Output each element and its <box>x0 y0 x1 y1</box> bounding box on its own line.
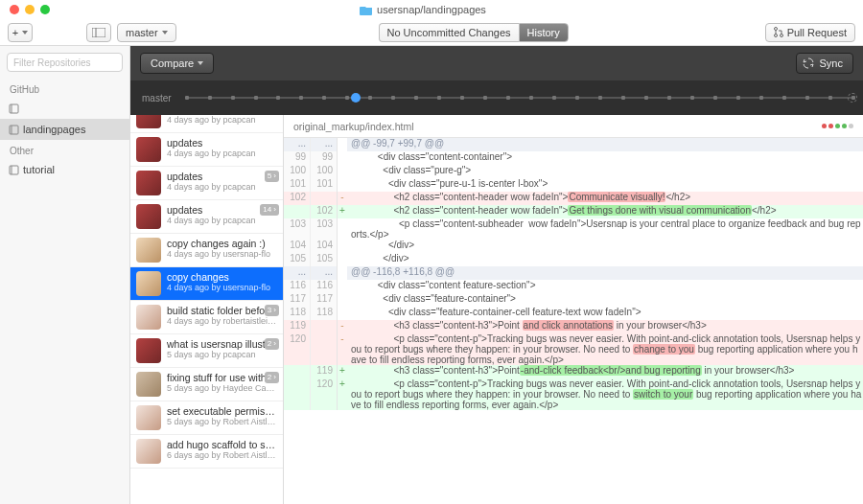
diff-code: <div class="feature-container"> <box>347 293 863 307</box>
timeline-tick[interactable] <box>782 96 786 100</box>
diff-code: <p class="content-p">Tracking bugs was n… <box>347 378 863 410</box>
diff-code: <div class="pure-g"> <box>347 165 863 178</box>
sidebar-toggle-button[interactable] <box>86 23 111 42</box>
commit-item[interactable]: updates4 days ago by pcapcan2 › <box>130 115 283 133</box>
timeline-tick[interactable] <box>254 96 258 100</box>
timeline-track[interactable] <box>185 97 851 99</box>
timeline-tick[interactable] <box>621 96 625 100</box>
gutter-old: 99 <box>284 151 311 165</box>
commit-list[interactable]: updates4 days ago by pcapcan2 ›updates4 … <box>130 115 284 504</box>
timeline-tick[interactable] <box>299 96 303 100</box>
diff-row: 100100 <div class="pure-g"> <box>284 165 863 178</box>
repo-icon <box>9 125 19 135</box>
diff-marker <box>338 178 347 192</box>
commit-item[interactable]: fixing stuff for use with mac5 days ago … <box>130 368 283 401</box>
gutter-old: 120 <box>284 333 311 365</box>
commit-item[interactable]: copy changes again :)4 days ago by users… <box>130 234 283 267</box>
repo-item[interactable]: tutorial <box>0 159 129 180</box>
close-icon[interactable] <box>10 5 19 14</box>
repo-name: tutorial <box>23 164 55 175</box>
avatar <box>136 405 161 430</box>
timeline-tick[interactable] <box>598 96 602 100</box>
timeline-tick[interactable] <box>345 96 349 100</box>
history-tab[interactable]: History <box>519 23 569 42</box>
timeline-tick[interactable] <box>736 96 740 100</box>
filter-repos-input[interactable]: Filter Repositories <box>7 53 123 72</box>
timeline-tick[interactable] <box>231 96 235 100</box>
repo-name: landingpages <box>23 124 85 135</box>
commit-item[interactable]: build static folder before starti…4 days… <box>130 301 283 334</box>
timeline-tick[interactable] <box>185 96 189 100</box>
changes-tab[interactable]: No Uncommitted Changes <box>379 23 519 42</box>
timeline-tick[interactable] <box>759 96 763 100</box>
commit-item[interactable]: add hugo scaffold to sta…6 days ago by R… <box>130 435 283 469</box>
commit-badge: 5 › <box>265 171 279 182</box>
timeline-tick[interactable] <box>644 96 648 100</box>
zoom-icon[interactable] <box>40 5 50 14</box>
repo-item[interactable]: landingpages <box>0 119 129 140</box>
commit-item[interactable]: updates4 days ago by pcapcan5 › <box>130 167 283 200</box>
commit-item[interactable]: updates4 days ago by pcapcan14 › <box>130 200 283 234</box>
timeline-tick[interactable] <box>322 96 326 100</box>
commit-title: set executable permissio… <box>167 405 277 417</box>
timeline-tick[interactable] <box>368 96 372 100</box>
timeline-tick[interactable] <box>414 96 418 100</box>
timeline-tick[interactable] <box>552 96 556 100</box>
compare-button[interactable]: Compare <box>140 53 214 74</box>
gutter-new: 101 <box>311 178 338 192</box>
diff-marker: + <box>338 365 347 378</box>
file-header[interactable]: original_markup/index.html <box>284 115 863 138</box>
commit-item[interactable]: what is usersnap illustration5 days ago … <box>130 334 283 368</box>
minimize-icon[interactable] <box>25 5 35 14</box>
timeline-tick[interactable] <box>208 96 212 100</box>
commit-title: fixing stuff for use with mac <box>167 372 277 383</box>
gutter-new <box>311 320 338 333</box>
timeline-tick[interactable] <box>575 96 579 100</box>
gutter-old <box>284 205 311 218</box>
diff-status-dots <box>822 124 853 128</box>
commit-item[interactable]: copy changes4 days ago by usersnap-flo <box>130 267 283 301</box>
timeline-tick[interactable] <box>805 96 809 100</box>
avatar <box>136 204 161 229</box>
timeline[interactable]: master <box>130 80 863 115</box>
commit-title: add hugo scaffold to sta… <box>167 439 277 450</box>
pull-request-button[interactable]: Pull Request <box>765 23 855 42</box>
diff-row: 120- <p class="content-p">Tracking bugs … <box>284 333 863 365</box>
gutter-old: 119 <box>284 320 311 333</box>
timeline-tick[interactable] <box>460 96 464 100</box>
timeline-tick[interactable] <box>437 96 441 100</box>
timeline-current-dot[interactable] <box>351 93 361 103</box>
commit-item[interactable]: updates4 days ago by pcapcan <box>130 133 283 167</box>
timeline-tick[interactable] <box>391 96 395 100</box>
timeline-tick[interactable] <box>276 96 280 100</box>
avatar <box>136 238 161 263</box>
commit-item[interactable]: set executable permissio…5 days ago by R… <box>130 401 283 435</box>
branch-selector[interactable]: master <box>117 23 176 42</box>
avatar <box>136 115 161 128</box>
diff-row: 119+ <h3 class="content-h3">Point-and-cl… <box>284 365 863 378</box>
diff-marker <box>338 151 347 165</box>
file-path: original_markup/index.html <box>293 121 413 132</box>
diff-marker: - <box>338 192 347 205</box>
timeline-tick[interactable] <box>529 96 533 100</box>
commit-meta: 5 days ago by Haydee Capco <box>167 383 277 393</box>
gutter-new: ... <box>311 266 338 280</box>
sync-button[interactable]: Sync <box>796 53 853 74</box>
gutter-new: 103 <box>311 218 338 240</box>
diff-code: <div class="pure-u-1 is-center l-box"> <box>347 178 863 192</box>
timeline-tick[interactable] <box>667 96 671 100</box>
diff-highlight: Get things done with visual communicatio… <box>568 205 752 216</box>
timeline-tick[interactable] <box>506 96 510 100</box>
repo-sidebar: Filter Repositories GitHub landingpagesO… <box>0 46 130 504</box>
add-button[interactable]: + <box>8 23 33 42</box>
repo-item[interactable] <box>0 98 129 119</box>
diff-body[interactable]: ......@@ -99,7 +99,7 @@9999 <div class="… <box>284 138 863 504</box>
timeline-tick[interactable] <box>713 96 717 100</box>
timeline-tick[interactable] <box>483 96 487 100</box>
commit-title: copy changes <box>167 271 277 283</box>
gutter-new: 104 <box>311 240 338 253</box>
gutter-new: 99 <box>311 151 338 165</box>
diff-code: @@ -99,7 +99,7 @@ <box>347 138 863 151</box>
timeline-tick[interactable] <box>690 96 694 100</box>
timeline-tick[interactable] <box>828 96 832 100</box>
